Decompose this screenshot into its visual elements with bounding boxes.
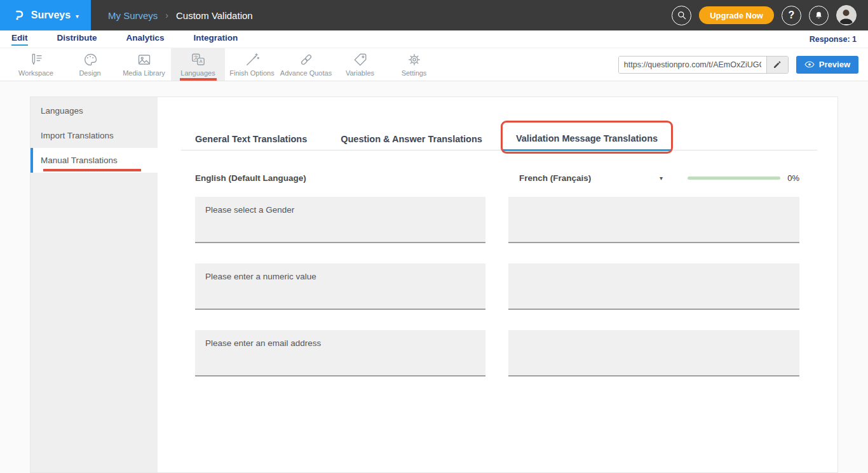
svg-text:A: A xyxy=(199,59,202,63)
target-language-label: French (Français) xyxy=(519,173,591,183)
translation-row: Please select a Gender xyxy=(195,197,799,243)
sidebar-item-languages[interactable]: Languages xyxy=(31,98,158,123)
upgrade-now-button[interactable]: Upgrade Now xyxy=(699,6,774,24)
eye-icon xyxy=(804,60,815,69)
topbar-actions: Upgrade Now ? xyxy=(672,0,868,30)
survey-url-group xyxy=(618,56,789,74)
magic-wand-icon xyxy=(245,52,260,67)
source-text-field[interactable]: Please enter an email address xyxy=(195,330,485,376)
breadcrumb: My Surveys › Custom Validation xyxy=(91,0,253,30)
toolbar-item-design[interactable]: Design xyxy=(63,48,117,81)
sidebar-item-manual-translations[interactable]: Manual Translations xyxy=(31,148,158,173)
chevron-down-icon: ▾ xyxy=(76,13,79,20)
toolbar-item-workspace[interactable]: Workspace xyxy=(9,48,63,81)
toolbar-item-advance-quotas[interactable]: Advance Quotas xyxy=(279,48,333,81)
tag-icon xyxy=(353,52,368,67)
translate-icon: 文A xyxy=(191,52,206,67)
breadcrumb-separator: › xyxy=(165,10,168,20)
top-bar: Surveys ▾ My Surveys › Custom Validation… xyxy=(0,0,868,30)
tab-question-answer-translations[interactable]: Question & Answer Translations xyxy=(327,128,496,150)
questionpro-logo-icon xyxy=(12,8,26,23)
target-text-field[interactable] xyxy=(508,330,799,376)
languages-sidebar: Languages Import Translations Manual Tra… xyxy=(31,97,158,472)
tab-integration[interactable]: Integration xyxy=(194,33,238,46)
survey-url-input[interactable] xyxy=(619,57,766,73)
sidebar-item-label: Manual Translations xyxy=(41,156,118,165)
target-language-cell: French (Français) ▾ 0% xyxy=(508,173,799,183)
translation-row: Please enter a numeric value xyxy=(195,263,799,310)
translation-progress-bar xyxy=(688,177,780,180)
bell-icon xyxy=(814,10,824,20)
source-text-field[interactable]: Please select a Gender xyxy=(195,197,485,243)
surveys-menu-label: Surveys xyxy=(31,10,71,21)
tab-distribute[interactable]: Distribute xyxy=(57,33,97,46)
toolbar-item-finish-options[interactable]: Finish Options xyxy=(225,48,279,81)
preview-button-label: Preview xyxy=(819,60,850,69)
search-button[interactable] xyxy=(672,6,691,25)
search-icon xyxy=(677,10,687,20)
toolbar-item-variables[interactable]: Variables xyxy=(333,48,387,81)
palette-icon xyxy=(83,52,98,67)
response-count: Response: 1 xyxy=(810,35,857,44)
edit-toolbar: Workspace Design Media Library 文A Langua… xyxy=(0,48,868,81)
help-button[interactable]: ? xyxy=(782,6,801,25)
workspace-icon xyxy=(29,52,44,67)
translation-row: Please enter an email address xyxy=(195,330,799,376)
edit-url-button[interactable] xyxy=(766,57,788,73)
annotation-red-underline-languages xyxy=(180,78,217,81)
page-content: Languages Import Translations Manual Tra… xyxy=(0,81,868,473)
breadcrumb-my-surveys-link[interactable]: My Surveys xyxy=(108,10,158,21)
sidebar-item-label: Languages xyxy=(41,106,83,116)
toolbar-item-settings[interactable]: Settings xyxy=(387,48,441,81)
user-avatar[interactable] xyxy=(836,5,857,25)
question-mark-icon: ? xyxy=(789,10,795,21)
tab-edit[interactable]: Edit xyxy=(11,33,28,46)
translations-main: General Text Translations Question & Ans… xyxy=(158,97,837,472)
chevron-down-icon: ▾ xyxy=(660,175,663,182)
app-switcher-surveys-menu[interactable]: Surveys ▾ xyxy=(0,0,91,30)
tab-general-text-translations[interactable]: General Text Translations xyxy=(181,128,321,150)
source-text-field[interactable]: Please enter a numeric value xyxy=(195,263,485,310)
chain-link-icon xyxy=(299,52,314,67)
toolbar-items: Workspace Design Media Library 文A Langua… xyxy=(0,48,441,81)
toolbar-right-actions: Preview xyxy=(618,48,868,81)
pencil-icon xyxy=(773,60,782,69)
tab-validation-message-translations[interactable]: Validation Message Translations xyxy=(502,128,672,151)
toolbar-item-media-library[interactable]: Media Library xyxy=(117,48,171,81)
language-header-row: English (Default Language) French (Franç… xyxy=(195,173,799,183)
survey-section-nav: Edit Distribute Analytics Integration Re… xyxy=(0,30,868,48)
target-text-field[interactable] xyxy=(508,263,799,310)
breadcrumb-current-survey: Custom Validation xyxy=(176,10,253,21)
translation-progress-percent: 0% xyxy=(787,173,799,183)
preview-button[interactable]: Preview xyxy=(796,56,858,74)
source-language-label: English (Default Language) xyxy=(195,173,485,183)
image-icon xyxy=(137,52,152,67)
toolbar-item-languages[interactable]: 文A Languages xyxy=(171,48,225,81)
tab-analytics[interactable]: Analytics xyxy=(126,33,165,46)
annotation-red-underline-manual-translations xyxy=(43,169,141,171)
target-language-dropdown[interactable]: French (Français) ▾ xyxy=(508,173,663,183)
translation-tabs: General Text Translations Question & Ans… xyxy=(181,128,817,150)
target-text-field[interactable] xyxy=(508,197,799,243)
gear-icon xyxy=(407,52,422,67)
languages-panel: Languages Import Translations Manual Tra… xyxy=(30,97,838,473)
notifications-button[interactable] xyxy=(809,6,829,25)
tab-label: Validation Message Translations xyxy=(516,133,658,143)
sidebar-item-label: Import Translations xyxy=(41,131,114,140)
sidebar-item-import-translations[interactable]: Import Translations xyxy=(31,123,158,148)
